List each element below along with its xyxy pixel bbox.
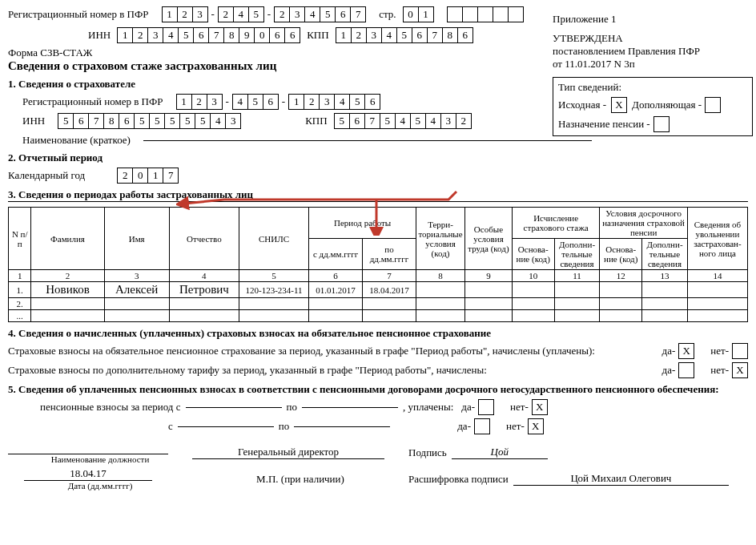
kpp-boxes: 123456786 — [336, 27, 473, 43]
sec1-reg-p2: 456 — [232, 94, 279, 110]
reg-p2: 245 — [218, 6, 264, 22]
digit-box: 5 — [195, 113, 211, 129]
digit-box: 1 — [288, 94, 304, 110]
digit-box: 2 — [177, 6, 193, 22]
sec5-title: 5. Сведения об уплаченных пенсионных взн… — [8, 383, 748, 396]
initial-label: Исходная - — [558, 99, 606, 111]
digit-box: 7 — [427, 27, 443, 43]
digit-box: 1 — [147, 168, 163, 184]
sec1-reg-label: Регистрационный номер в ПФР — [22, 95, 163, 108]
page-label: стр. — [379, 8, 396, 21]
pension-checkbox[interactable] — [653, 116, 670, 132]
digit-box — [493, 6, 509, 22]
digit-box: 2 — [218, 6, 234, 22]
digit-box — [508, 6, 524, 22]
digit-box: 2 — [191, 94, 207, 110]
sec4-r2-da[interactable] — [678, 362, 694, 378]
digit-box: 5 — [334, 113, 350, 129]
inn-boxes: 123456789066 — [117, 27, 300, 43]
inn-label: ИНН — [88, 29, 111, 42]
da-lbl: да- — [662, 345, 676, 357]
digit-box: 6 — [193, 27, 209, 43]
supplement-checkbox[interactable] — [705, 97, 721, 113]
digit-box: 5 — [320, 6, 336, 22]
pension-label: Назначение пенсии - — [558, 118, 650, 131]
digit-box: 5 — [178, 27, 194, 43]
date-label: Дата (дд.мм.гггг) — [8, 481, 192, 490]
year-label: Календарный год — [8, 169, 85, 182]
sec2-title: 2. Отчетный период — [8, 151, 748, 164]
sec1-name-value[interactable] — [143, 140, 592, 141]
digit-box: 3 — [289, 6, 305, 22]
sec4-line2: Страховые взносы по дополнительному тари… — [8, 364, 487, 377]
digit-box: 4 — [334, 94, 350, 110]
table-row: 1.НовиковАлексейПетрович120-123-234-1101… — [9, 282, 748, 298]
digit-box: 9 — [239, 27, 255, 43]
sec5-r1-net[interactable]: X — [532, 399, 548, 415]
sec5-r2-da[interactable] — [474, 418, 490, 434]
digit-box: 6 — [263, 94, 279, 110]
extra-boxes — [447, 6, 524, 22]
digit-box: 0 — [132, 168, 148, 184]
digit-box: 2 — [117, 168, 133, 184]
table-row: 2. — [9, 298, 748, 310]
digit-box: 6 — [457, 27, 473, 43]
h-early: Условия досрочного назначения страховой … — [600, 208, 688, 239]
contrib-label: пенсионные взносы за период с — [40, 401, 181, 414]
h-to: по дд.мм.гггг — [363, 239, 416, 270]
sec5-r2-net[interactable]: X — [528, 418, 544, 434]
digit-box: 2 — [274, 6, 290, 22]
periods-table: N п/п Фамилия Имя Отчество СНИЛС Период … — [8, 207, 748, 322]
digit-box: 3 — [225, 113, 241, 129]
sec4-r1-da[interactable]: X — [678, 343, 694, 359]
sec1-kpp: 567545432 — [334, 113, 472, 129]
period2-from[interactable] — [178, 426, 274, 427]
digit-box: 5 — [179, 113, 195, 129]
digit-box: 0 — [403, 6, 419, 22]
h-dismiss: Сведения об увольнении застрахован- ного… — [687, 208, 747, 270]
period2-to[interactable] — [294, 426, 390, 427]
reg-p1: 123 — [162, 6, 208, 22]
digit-box: 4 — [233, 6, 249, 22]
net-lbl: нет- — [710, 345, 729, 357]
digit-box: 4 — [425, 113, 441, 129]
year-boxes: 2017 — [117, 168, 179, 184]
sec3-title: 3. Сведения о периодах работы застрахова… — [8, 188, 748, 202]
sec4-r2-net[interactable]: X — [732, 362, 748, 378]
approved-date: от 11.01.2017 N 3п — [553, 58, 753, 71]
h-basis1: Основа- ние (код) — [512, 239, 554, 270]
digit-box: 7 — [163, 168, 179, 184]
position-value — [8, 441, 168, 454]
digit-box: 2 — [351, 27, 367, 43]
sign-label: Подпись — [408, 446, 447, 459]
digit-box: 2 — [304, 94, 320, 110]
sec1-kpp-label: КПП — [305, 115, 327, 127]
digit-box: 0 — [254, 27, 270, 43]
h-terr: Терри- ториальные условия (код) — [416, 208, 465, 270]
digit-box — [477, 6, 493, 22]
h-surname: Фамилия — [31, 208, 104, 270]
digit-box: 6 — [269, 27, 285, 43]
table-body: 1.НовиковАлексейПетрович120-123-234-1101… — [9, 282, 748, 322]
digit-box: 5 — [164, 113, 180, 129]
period1-to[interactable] — [302, 407, 398, 408]
digit-box: 5 — [149, 113, 165, 129]
h-addinfo1: Дополни- тельные сведения — [554, 239, 600, 270]
digit-box: 4 — [210, 113, 226, 129]
digit-box: 5 — [410, 113, 426, 129]
digit-box: 6 — [349, 113, 365, 129]
sec4-r1-net[interactable] — [732, 343, 748, 359]
digit-box: 6 — [119, 113, 135, 129]
digit-box: 1 — [418, 6, 434, 22]
period1-from[interactable] — [186, 407, 282, 408]
digit-box — [447, 6, 463, 22]
digit-box: 7 — [88, 113, 104, 129]
initial-checkbox[interactable]: X — [611, 97, 627, 113]
sec5-r1-da[interactable] — [478, 399, 494, 415]
digit-box: 5 — [380, 113, 396, 129]
approved-by: постановлением Правления ПФР — [553, 45, 753, 58]
digit-box: 7 — [350, 6, 366, 22]
digit-box: 3 — [440, 113, 456, 129]
digit-box: 3 — [147, 27, 163, 43]
reg-label: Регистрационный номер в ПФР — [8, 8, 149, 21]
